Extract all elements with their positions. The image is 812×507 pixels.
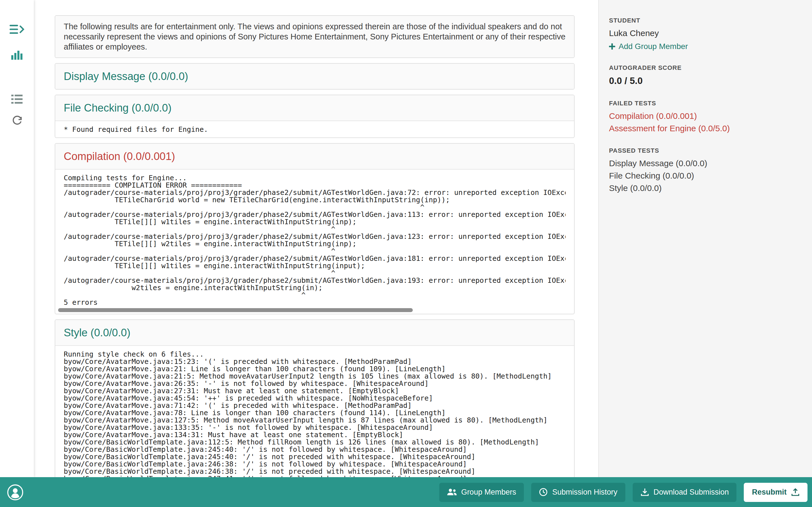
menu-toggle-button[interactable] <box>0 22 34 36</box>
account-icon[interactable] <box>7 484 24 501</box>
plus-icon <box>609 43 615 49</box>
panel-file-checking: File Checking (0.0/0.0) * Found required… <box>55 95 574 138</box>
autograder-score-label: AUTOGRADER SCORE <box>609 64 801 71</box>
passed-test-link-style[interactable]: Style (0.0/0.0) <box>609 183 801 193</box>
download-submission-button[interactable]: Download Submission <box>633 483 737 502</box>
group-members-label: Group Members <box>461 488 516 496</box>
horizontal-scrollbar-thumb[interactable] <box>58 308 413 312</box>
menu-toggle-icon <box>10 24 24 34</box>
file-checking-output: * Found required files for Engine. <box>55 121 574 137</box>
grade-statistics-button[interactable] <box>0 47 34 61</box>
left-sidebar <box>0 0 34 477</box>
passed-tests-label: PASSED TESTS <box>609 147 801 154</box>
history-icon <box>539 488 548 496</box>
upload-icon <box>791 488 800 496</box>
group-members-button[interactable]: Group Members <box>439 483 524 502</box>
resubmit-button[interactable]: Resubmit <box>744 483 808 502</box>
display-message-title: Display Message (0.0/0.0) <box>55 64 574 89</box>
right-sidebar: STUDENT Luka Cheney Add Group Member AUT… <box>598 0 812 477</box>
submission-list-button[interactable] <box>0 93 34 106</box>
submission-history-label: Submission History <box>552 488 617 496</box>
panel-display-message: Display Message (0.0/0.0) <box>55 63 574 90</box>
student-name: Luka Cheney <box>609 28 801 38</box>
disclaimer-panel: The following results are for entertainm… <box>55 15 574 58</box>
file-checking-title: File Checking (0.0/0.0) <box>55 95 574 121</box>
submission-history-button[interactable]: Submission History <box>531 483 625 502</box>
add-group-member-label: Add Group Member <box>619 42 688 51</box>
resubmit-label: Resubmit <box>752 488 786 496</box>
compilation-title: Compilation (0.0/0.001) <box>55 144 574 170</box>
autograder-score-value: 0.0 / 5.0 <box>609 75 801 86</box>
panel-compilation: Compilation (0.0/0.001) Compiling tests … <box>55 143 574 314</box>
download-submission-label: Download Submission <box>654 488 729 496</box>
autograder-results-page: The following results are for entertainm… <box>0 0 812 507</box>
bar-chart-icon <box>11 48 22 60</box>
disclaimer-text: The following results are for entertainm… <box>55 16 574 57</box>
failed-tests-label: FAILED TESTS <box>609 100 801 107</box>
refresh-icon <box>11 115 22 126</box>
failed-test-link-assessment[interactable]: Assessment for Engine (0.0/5.0) <box>609 123 801 133</box>
style-title: Style (0.0/0.0) <box>55 320 574 346</box>
passed-test-link-file-checking[interactable]: File Checking (0.0/0.0) <box>609 171 801 181</box>
compilation-output-container: Compiling tests for Engine... ==========… <box>55 170 574 314</box>
footer-bar: Group Members Submission History Downloa… <box>0 477 812 507</box>
panel-style: Style (0.0/0.0) Running style check on 6… <box>55 320 574 503</box>
add-group-member-link[interactable]: Add Group Member <box>609 42 801 51</box>
passed-test-link-display-message[interactable]: Display Message (0.0/0.0) <box>609 158 801 168</box>
results-main: The following results are for entertainm… <box>34 0 598 507</box>
failed-test-link-compilation[interactable]: Compilation (0.0/0.001) <box>609 111 801 121</box>
compilation-output: Compiling tests for Engine... ==========… <box>64 174 566 306</box>
submission-list-icon <box>11 95 22 104</box>
download-icon <box>641 488 649 496</box>
student-label: STUDENT <box>609 17 801 24</box>
group-icon <box>447 489 457 496</box>
refresh-button[interactable] <box>0 114 34 127</box>
